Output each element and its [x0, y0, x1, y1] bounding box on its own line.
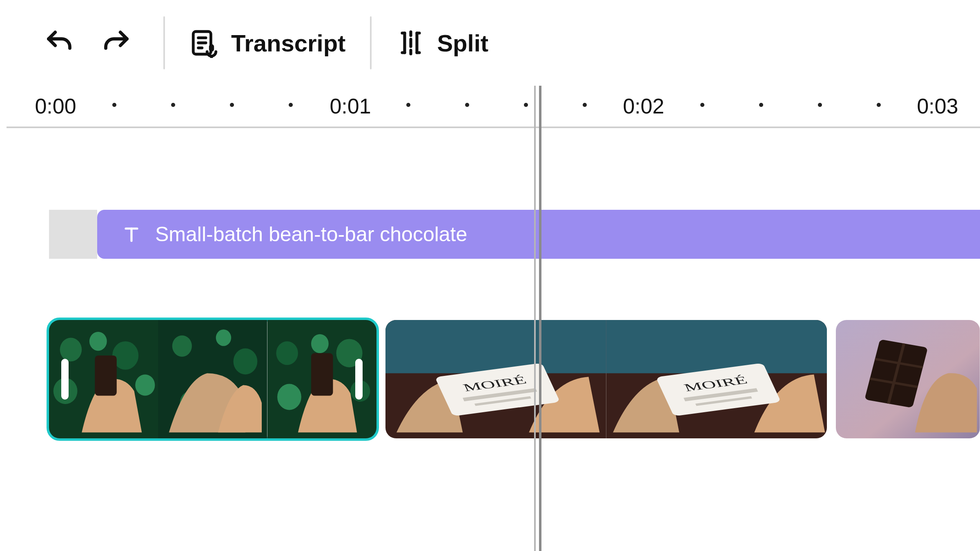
svg-rect-30: [311, 353, 333, 395]
ruler-tick: [112, 103, 116, 107]
svg-rect-32: [385, 320, 606, 373]
clip-trim-handle-left[interactable]: [61, 359, 69, 400]
caption-clip-text: Small-batch bean-to-bar chocolate: [155, 222, 467, 246]
split-icon: [396, 28, 425, 58]
svg-point-12: [60, 338, 82, 362]
clip-thumbnail: MOIRÉ: [385, 320, 606, 438]
toolbar: Transcript Split: [0, 0, 980, 86]
svg-rect-18: [95, 355, 116, 396]
ruler-tick: [877, 103, 881, 107]
ruler-tick: [465, 103, 469, 107]
video-clip[interactable]: MOIRÉ MOIRÉ: [385, 320, 827, 438]
redo-icon: [100, 27, 132, 59]
toolbar-divider: [163, 16, 165, 69]
ruler-tick: [700, 103, 704, 107]
ruler-tick: [524, 103, 528, 107]
ruler-label: 0:03: [917, 94, 958, 118]
clip-thumbnail: [158, 320, 267, 438]
ruler-tick: [171, 103, 175, 107]
split-button[interactable]: Split: [396, 14, 488, 71]
ruler-label: 0:00: [35, 94, 76, 118]
transcript-icon: [189, 28, 220, 58]
ruler-tick: [289, 103, 293, 107]
clip-thumbnail: [836, 320, 980, 438]
caption-track: Small-batch bean-to-bar chocolate: [49, 210, 980, 259]
clip-thumbnail: MOIRÉ: [606, 320, 827, 438]
ruler-tick: [583, 103, 587, 107]
svg-point-25: [276, 341, 298, 365]
ruler-tick: [230, 103, 234, 107]
svg-rect-37: [606, 320, 827, 373]
svg-point-26: [311, 334, 329, 353]
undo-button[interactable]: [37, 14, 82, 71]
svg-point-21: [216, 329, 231, 346]
svg-point-15: [135, 374, 155, 395]
text-icon: [122, 224, 141, 244]
timeline-ruler[interactable]: 0:00 0:01 0:02 0:03: [7, 86, 980, 128]
caption-track-lead: [49, 210, 97, 259]
svg-rect-4: [209, 44, 214, 52]
split-button-label: Split: [437, 29, 488, 57]
undo-icon: [43, 27, 75, 59]
svg-point-20: [172, 335, 192, 357]
svg-point-22: [234, 349, 258, 375]
caption-clip[interactable]: Small-batch bean-to-bar chocolate: [97, 210, 980, 259]
svg-point-13: [89, 332, 107, 351]
ruler-label: 0:02: [623, 94, 664, 118]
svg-point-29: [277, 384, 301, 410]
ruler-tick: [406, 103, 410, 107]
ruler-tick: [818, 103, 822, 107]
transcript-button[interactable]: Transcript: [189, 14, 345, 71]
clip-trim-handle-right[interactable]: [355, 359, 363, 400]
video-clip[interactable]: [49, 320, 376, 438]
timeline-tracks: Small-batch bean-to-bar chocolate: [0, 128, 980, 551]
ruler-tick: [759, 103, 763, 107]
video-track: MOIRÉ MOIRÉ: [49, 320, 980, 438]
toolbar-divider: [370, 16, 372, 69]
redo-button[interactable]: [94, 14, 139, 71]
ruler-label: 0:01: [330, 94, 371, 118]
video-clip[interactable]: [836, 320, 980, 438]
transcript-button-label: Transcript: [231, 29, 345, 57]
